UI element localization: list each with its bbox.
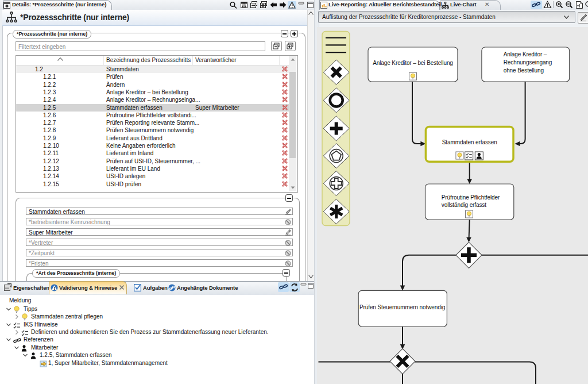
- svg-text:Rechnungseingang: Rechnungseingang: [504, 59, 552, 66]
- svg-text:vollständig erfasst: vollständig erfasst: [442, 202, 486, 208]
- svg-text:Prüfen Steuernummern notwendig: Prüfen Steuernummern notwendig: [359, 304, 445, 310]
- svg-text:Prüfroutine Pflichtfelder: Prüfroutine Pflichtfelder: [442, 194, 500, 201]
- svg-text:Anlage Kreditor – bei Bestellu: Anlage Kreditor – bei Bestellung: [373, 60, 453, 66]
- svg-text:ohne Bestellung: ohne Bestellung: [504, 67, 544, 74]
- svg-text:Anlage Kreditor –: Anlage Kreditor –: [504, 51, 547, 57]
- svg-text:Stammdaten erfassen: Stammdaten erfassen: [442, 139, 497, 145]
